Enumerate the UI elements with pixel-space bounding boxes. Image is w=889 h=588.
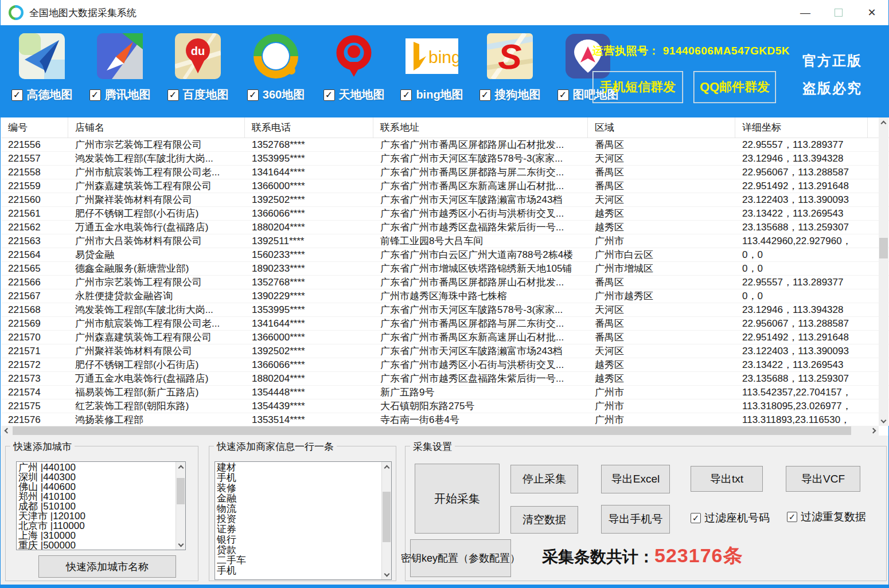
col-header-coords[interactable]: 详细坐标 (735, 117, 868, 138)
table-row[interactable]: 221560广州聚祥装饰材料有限公司1392502****广东省广州市天河区车陂… (1, 193, 889, 207)
filter-duplicate-checkbox[interactable]: ✓ 过滤重复数据 (787, 509, 866, 524)
address-cell: 广东省广州市增城区铁塔路锦绣新天地105铺 (373, 262, 588, 275)
checkbox-checked-icon: ✓ (400, 89, 412, 101)
merchant-list-item[interactable]: 投资 (217, 514, 391, 524)
merchant-list-item[interactable]: 贷款 (217, 545, 391, 555)
col-header-id[interactable]: 编号 (1, 117, 68, 138)
table-row[interactable]: 221575红艺装饰工程部(朝阳东路)1354439****大石镇朝阳东路275… (1, 399, 889, 413)
table-row[interactable]: 221572肥仔不锈钢工程部(小石街店)1366066****广东省广州市越秀区… (1, 358, 889, 372)
merchant-list-item[interactable]: 装修 (217, 483, 391, 493)
bing-map-checkbox[interactable]: ✓bing地图 (400, 87, 463, 103)
tianditu-map-checkbox[interactable]: ✓天地地图 (323, 87, 385, 103)
key-config-button[interactable]: 密钥key配置（参数配置） (410, 539, 511, 577)
city-scroll-thumb[interactable] (177, 478, 185, 504)
col-header-shop-name[interactable]: 店铺名 (68, 117, 245, 138)
qq-mail-mass-send-button[interactable]: QQ邮件群发 (693, 71, 776, 103)
coords-cell: 113.542357,22.704157， (735, 386, 868, 399)
merchant-list-item[interactable]: 证券 (217, 524, 391, 535)
table-row[interactable]: 221562万通五金水电装饰行(盘福路店)1880204****广东省广州市越秀… (1, 221, 889, 234)
city-list-item[interactable]: 郑州 |410100 (18, 492, 185, 501)
merchant-listbox[interactable]: 建材手机装修金融物流投资证券银行贷款二手车手机 (215, 461, 392, 580)
table-row[interactable]: 221564易贷金融1560233****广东省广州市白云区广州大道南788号2… (1, 248, 889, 262)
phone-cell: 1366000**** (245, 179, 373, 193)
filter-landline-checkbox[interactable]: ✓ 过滤座机号码 (691, 511, 770, 526)
col-header-region[interactable]: 区域 (588, 117, 735, 138)
phone-cell: 1392511**** (245, 234, 373, 248)
city-list-item[interactable]: 成都 |510100 (18, 501, 185, 511)
region-cell: 番禺区 (588, 179, 735, 193)
minimize-button[interactable]: — (789, 0, 822, 25)
merchant-list-item[interactable]: 二手车 (217, 555, 391, 566)
table-row[interactable]: 221565德鑫金融服务(新塘营业部)1890233****广东省广州市增城区铁… (1, 262, 889, 276)
start-collect-button[interactable]: 开始采集 (415, 464, 500, 534)
scroll-left-button[interactable] (1, 426, 11, 436)
vertical-scroll-thumb[interactable] (879, 238, 888, 258)
clear-data-button[interactable]: 清空数据 (510, 506, 578, 534)
horizontal-scroll-thumb[interactable] (13, 426, 851, 435)
table-row[interactable]: 221569广州市航宸装饰工程有限公司老...1341644****广东省广州市… (1, 317, 889, 331)
export-vcf-button[interactable]: 导出VCF (786, 466, 860, 492)
table-row[interactable]: 221557鸿发装饰工程部(车陂北街大岗...1353995****广东省广州市… (1, 152, 889, 166)
city-list-item[interactable]: 广州 |440100 (18, 462, 185, 472)
table-row[interactable]: 221574福易装饰工程部(新广五路店)1354448****新广五路9号广州市… (1, 386, 889, 399)
merchant-list-item[interactable]: 手机 (217, 566, 391, 576)
table-row[interactable]: 221576鸿扬装修工程部1353514****寺右南一街6巷4号广州市113.… (1, 413, 889, 426)
table-row[interactable]: 221558广州市航宸装饰工程有限公司老...1341644****广东省广州市… (1, 166, 889, 179)
merchant-scroll-up-button[interactable] (382, 462, 392, 472)
table-row[interactable]: 221563广州市大吕装饰材料有限公司1392511****前锋工业园8号大吕车… (1, 234, 889, 248)
quick-add-city-button[interactable]: 快速添加城市名称 (38, 555, 176, 578)
merchant-list-item[interactable]: 建材 (217, 462, 391, 473)
city-scroll-down-button[interactable] (176, 540, 186, 550)
city-list-scrollbar[interactable] (176, 462, 185, 550)
city-list-item[interactable]: 上海 |310000 (18, 531, 185, 540)
city-list-item[interactable]: 重庆 |500000 (18, 540, 185, 550)
address-cell: 前锋工业园8号大吕车间 (373, 234, 588, 248)
scroll-down-button[interactable] (879, 416, 888, 426)
table-horizontal-scrollbar[interactable] (1, 426, 879, 436)
table-header-row: 编号 店铺名 联系电话 联系地址 区域 详细坐标 (1, 117, 889, 138)
scroll-right-button[interactable] (869, 426, 879, 436)
city-list-item[interactable]: 深圳 |440300 (18, 472, 185, 482)
table-row[interactable]: 221571广州聚祥装饰材料有限公司1392502****广东省广州市天河区车陂… (1, 344, 889, 358)
merchant-list-scrollbar[interactable] (381, 462, 391, 579)
export-excel-button[interactable]: 导出Excel (601, 465, 670, 493)
table-row[interactable]: 221566广州市宗艺装饰工程有限公司1352768****广东省广州市番禺区屏… (1, 276, 889, 289)
checkbox-checked-icon: ✓ (557, 89, 569, 101)
city-scroll-up-button[interactable] (176, 462, 186, 472)
merchant-list-item[interactable]: 银行 (217, 535, 391, 545)
table-row[interactable]: 221559广州森嘉建筑装饰工程有限公司1366000****广东省广州市番禺区… (1, 179, 889, 193)
sms-mass-send-button[interactable]: 手机短信群发 (592, 71, 683, 103)
360-map-checkbox[interactable]: ✓360地图 (247, 87, 305, 103)
region-cell: 越秀区 (588, 207, 735, 220)
merchant-list-item[interactable]: 物流 (217, 504, 391, 514)
col-header-address[interactable]: 联系地址 (373, 117, 588, 138)
address-cell: 广东省广州市天河区车陂路578号-3(家家... (373, 152, 588, 165)
export-phone-button[interactable]: 导出手机号 (601, 505, 670, 534)
table-row[interactable]: 221561肥仔不锈钢工程部(小石街店)1366066****广东省广州市越秀区… (1, 207, 889, 221)
merchant-scroll-thumb[interactable] (383, 492, 391, 542)
amap-checkbox[interactable]: ✓高德地图 (11, 87, 73, 103)
table-row[interactable]: 221567永胜便捷贷款金融咨询1390229****广州市越秀区海珠中路七株榕… (1, 289, 889, 303)
table-row[interactable]: 221556广州市宗艺装饰工程有限公司1352768****广东省广州市番禺区屏… (1, 138, 889, 152)
map-source-tianditu-map: ✓天地地图 (322, 32, 386, 103)
city-list-item[interactable]: 天津市 |120100 (18, 511, 185, 521)
table-row[interactable]: 221568鸿发装饰工程部(车陂北街大岗...1353995****广东省广州市… (1, 303, 889, 317)
close-button[interactable]: ✕ (855, 0, 888, 25)
sogou-map-checkbox[interactable]: ✓搜狗地图 (479, 87, 541, 103)
city-listbox[interactable]: 广州 |440100深圳 |440300佛山 |440600郑州 |410100… (16, 461, 186, 550)
table-vertical-scrollbar[interactable] (879, 117, 888, 426)
merchant-scroll-down-button[interactable] (382, 570, 392, 579)
merchant-list-item[interactable]: 金融 (217, 493, 391, 504)
col-header-phone[interactable]: 联系电话 (245, 117, 373, 138)
city-list-item[interactable]: 佛山 |440600 (18, 482, 185, 492)
export-txt-button[interactable]: 导出txt (691, 466, 763, 492)
scroll-up-button[interactable] (879, 117, 888, 127)
maximize-button[interactable] (822, 0, 855, 25)
baidu-map-checkbox[interactable]: ✓百度地图 (167, 87, 229, 103)
table-row[interactable]: 221573万通五金水电装饰行(盘福路店)1880204****广东省广州市越秀… (1, 372, 889, 386)
tencent-map-checkbox[interactable]: ✓腾讯地图 (89, 87, 151, 103)
table-row[interactable]: 221570广州森嘉建筑装饰工程有限公司1366000****广东省广州市番禺区… (1, 331, 889, 344)
merchant-list-item[interactable]: 手机 (217, 473, 391, 483)
stop-collect-button[interactable]: 停止采集 (510, 465, 578, 493)
city-list-item[interactable]: 北京市 |110000 (18, 521, 185, 531)
